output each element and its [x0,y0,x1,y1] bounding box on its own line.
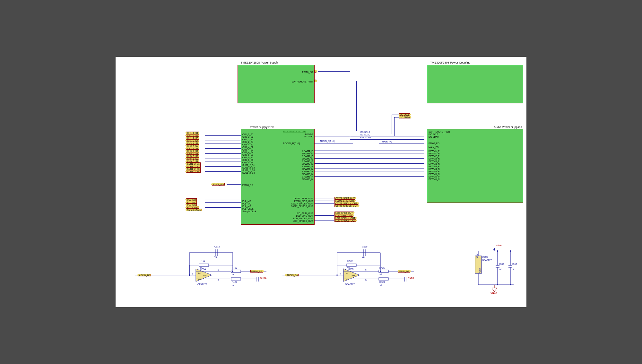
power-c2v: val [512,268,514,270]
wire [315,153,424,153]
pc-title: TMS320F2808 Power Coupling [430,61,471,64]
aps-pin-9: EPWM3_P [429,160,439,162]
wire [315,169,424,169]
opamp1-rgndv: val [232,284,234,286]
wire [315,179,424,179]
pll-port-1: PLL_MC [186,201,197,204]
dsp-lpin-1: CH1_2_S2 [242,136,253,138]
dsp-lpin-f2808: F2808_PG [242,184,253,186]
dsp-epwm-6: EPWM4_P [302,165,313,168]
wire [205,143,241,143]
opamp1-cv: val [214,256,217,258]
aps-pin-6: EPWM1_N [429,152,440,155]
wire [205,146,241,146]
opamp2-gnd: GNDA [408,277,414,279]
wire [379,143,424,143]
dsp-lpin-6: CH3_4_S3 [242,149,253,151]
spi-port-0-2: C6727_SPICLK_OUT [334,202,358,204]
spi-port-1-1: LCD_SPIS_OUT [334,214,353,217]
port-f2808pg-left: F2808_PG [212,183,225,186]
dsp-left-port-9: CH5_6_S2 [186,155,199,157]
aps-pin-13: EPWM5_P [429,170,439,173]
svg-text:OutA: OutA [203,275,208,277]
dsp-lpin-5: CH3_4_S2 [242,146,253,148]
dsp-epwm-9: EPWM5_N [302,173,313,175]
dsp-epwm-2: EPWM2_P [302,155,313,157]
dsp-left-port-14: SUB1_2_S3 [186,168,201,170]
dsp-epwm-5: EPWM3_N [302,163,313,165]
dsp-spi2-1: LCD_SPIS_OUT [296,215,313,217]
port-i2c-scl: I2C SCL0 [399,113,410,116]
aps-pin-10: EPWM3_N [429,163,440,165]
spi-port-0-1: F2808_SPIS_OUT [334,199,355,202]
opamp1-gnd: GNDA [260,277,266,279]
net-f2808pg: F2808_PG [360,136,371,139]
dsp-epwm-0: EPWM1_P [302,150,313,152]
opamp1-rfb: R418 [200,260,205,262]
wire [315,221,334,221]
dsp-left-port-10: CH5_6_S3 [186,157,199,160]
wire [205,210,241,210]
dsp-lpin-3: CH1_2_S4 [242,141,253,143]
spi-port-0-3: C6727_SPISCS_OUT [334,204,359,207]
opamp2-rout: R421 [379,267,385,269]
opamp2-in-port: ADCIN_B6 [286,274,299,276]
opamp1-in-port: ADCIN_B5 [138,274,151,276]
wire [315,174,424,174]
wire [315,158,424,159]
dsp-spi1-0: C6727_SPIM_OUT [294,197,313,200]
wire [315,201,334,201]
wire [315,166,424,166]
svg-rect-13 [199,264,209,266]
dsp-epwm-7: EPWM4_N [302,168,313,170]
dsp-left-port-12: SUB1_2_S1 [186,162,201,165]
dsp-left-port-6: CH3_4_S3 [186,147,199,150]
power-section: +3VA U85C OPA2277 VCC VEE C516 val C517 … [462,243,520,298]
pll-port-3: PLL_CSEL [186,206,199,209]
dsp-adc-label: ADCIN_B[0..6] [283,142,299,145]
dsp-lpin-7: CH3_4_S4 [242,151,253,153]
opamp2-ref: U85B [348,268,354,270]
power-c2: C517 [512,263,517,265]
dsp-lpin-10: CH5_6_S3 [242,159,253,161]
net-mainpg: MAIN_PG [382,141,392,143]
net-sda: I2C SDA0 [360,134,370,136]
opamp1-pin-m: 2 [218,269,219,271]
dsp-lpin-0: CH1_2_S1 [242,133,253,135]
opamp2-pin-m: 6 [365,269,367,271]
power-part: OPA2277 [482,259,492,261]
wire [205,171,241,172]
wire [315,176,424,177]
net-scl: I2C SCL0 [360,131,370,133]
svg-point-54 [380,271,381,272]
wire [205,135,241,136]
dsp-lpin-4: CH3_4_S1 [242,143,253,146]
wire [205,141,241,141]
port-i2c-sda: I2C SDA0 [399,116,411,118]
dsp-lpin-11: CH5_6_S4 [242,161,253,164]
opamp1-rout: R420 [232,267,237,269]
dsp-left-port-15: SUB1_2_S4 [186,170,201,173]
aps-pin-0: 12V_REMOTE_PWR [429,131,450,133]
opamp1-c: C514 [214,246,220,248]
ps-port-0 [315,70,317,73]
svg-point-74 [497,284,498,285]
ps-pin-12vrem: 12V_REMOTE_PWR [291,81,313,83]
dsp-link: TMS320F2808 DSP [283,130,306,133]
ps-block: F2808_PG 12V_REMOTE_PWR [238,65,315,103]
wire [318,81,356,81]
aps-pin-12: EPWM4_N [429,168,440,170]
dsp-spi2-2: LCD_SPICLK_OUT [293,217,313,220]
aps-pin-15: EPWM6_P [429,176,439,178]
aps-pin-7: EPWM2_P [429,155,439,157]
wire [205,169,241,169]
pll-port-2: PLL_MS [186,204,197,206]
aps-pin-16: EPWM6_N [429,178,440,180]
opamp2-c: C515 [362,246,368,248]
dsp-left-port-1: CH1_2_S2 [186,134,199,137]
opamp2-pin-p: 5 [365,279,367,281]
dsp-lpin-14: SUB1_2_S3 [242,169,255,171]
power-vee: VEE [479,268,481,273]
svg-text:OutB: OutB [351,275,355,277]
opamp1-section: in- in+ OutA [135,237,270,291]
